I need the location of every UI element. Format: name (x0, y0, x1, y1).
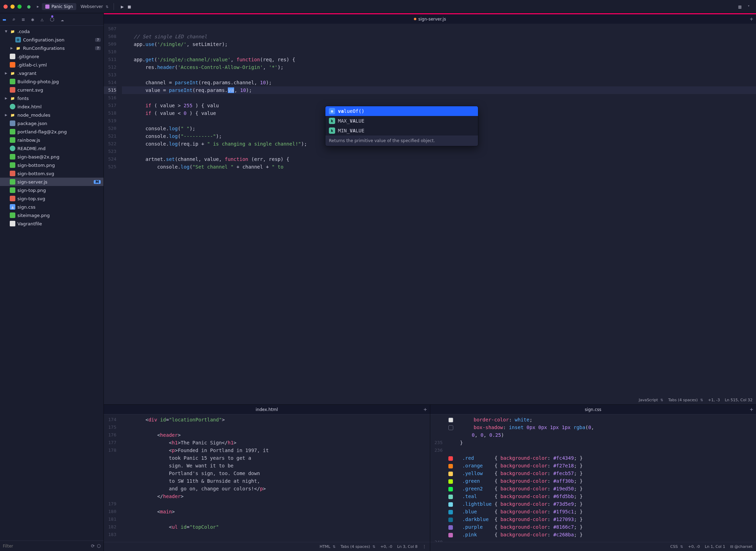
outline-tab[interactable]: ≡ (22, 16, 25, 23)
lang-selector-bl[interactable]: HTML ⇅ (319, 544, 335, 549)
code-bl[interactable]: <div id="locationPortland"> <header> <h1… (119, 414, 430, 542)
cloud-tab[interactable]: ☁ (61, 16, 64, 23)
autocomplete-item[interactable]: mvalueOf() (325, 106, 478, 116)
tree-item-siteimage-png[interactable]: siteimage.png (0, 211, 103, 219)
folder-icon: 📁 (10, 29, 15, 34)
tree-item--gitignore[interactable]: .gitignore (0, 52, 103, 61)
run-button[interactable]: ▶ (121, 4, 124, 9)
file-name: sign-bottom.png (17, 163, 55, 168)
indent-selector-bl[interactable]: Tabs (4 spaces) ⇅ (340, 544, 375, 549)
charset-br[interactable]: ⊟ @charset (730, 544, 753, 549)
tree-item-runconfigurations[interactable]: ▶📁RunConfigurations? (0, 44, 103, 52)
fold-checkbox[interactable] (448, 418, 453, 422)
color-swatch (448, 456, 453, 461)
autocomplete-item[interactable]: kMIN_VALUE (325, 126, 478, 135)
tree-item-sign-top-svg[interactable]: sign-top.svg (0, 194, 103, 203)
run-target: Webserver (80, 4, 103, 9)
minimize-window[interactable] (10, 5, 15, 9)
tree-item-readme-md[interactable]: README.md (0, 144, 103, 153)
tree-item-sign-css[interactable]: ▲sign.css (0, 203, 103, 211)
tree-item-sign-bottom-svg[interactable]: sign-bottom.svg (0, 169, 103, 178)
status-bar-bl: HTML ⇅ Tabs (4 spaces) ⇅ +0, -0 Ln 3, Co… (104, 542, 430, 551)
chevron-down-icon[interactable]: ▾ (748, 4, 750, 9)
bookmark-tab[interactable]: ✱ (31, 16, 34, 23)
tab-sign-css[interactable]: sign.css (585, 407, 601, 412)
editor-bottom-row: index.html + 174175176177178 17918018118… (104, 405, 756, 551)
lang-selector-br[interactable]: CSS ⇅ (670, 544, 683, 549)
tree-item-configuration-json[interactable]: ⚙Configuration.json? (0, 36, 103, 44)
tree-item-fonts[interactable]: ▶📁fonts (0, 94, 103, 102)
tree-item-portland-flag-2x-png[interactable]: portland-flag@2x.png (0, 127, 103, 136)
color-swatch (448, 510, 453, 514)
modified-indicator (414, 18, 416, 20)
tree-item-vagrantfile[interactable]: Vagrantfile (0, 219, 103, 228)
folder-icon: 📁 (10, 70, 15, 76)
badge: M (94, 180, 101, 184)
updown-icon: ⇅ (106, 5, 108, 9)
sync-icon[interactable]: ⟳ (91, 543, 95, 549)
autocomplete-popup[interactable]: mvalueOf()kMAX_VALUEkMIN_VALUEReturns th… (325, 106, 478, 146)
chevron-icon: ▶ (37, 5, 39, 8)
image-icon (10, 129, 15, 134)
tab-sign-server[interactable]: sign-server.js (414, 17, 446, 22)
new-tab-button-br[interactable]: + (750, 406, 753, 413)
search-tab[interactable]: ⌕ (12, 16, 15, 23)
run-target-selector[interactable]: Webserver ⇅ (80, 4, 108, 9)
autocomplete-item[interactable]: kMAX_VALUE (325, 116, 478, 126)
code-top[interactable]: // Set single LED channel app.use('/sing… (119, 24, 756, 404)
color-swatch (448, 533, 453, 537)
stop-button[interactable]: ■ (128, 4, 131, 9)
filter-input[interactable] (3, 544, 91, 549)
file-name: fonts (17, 96, 29, 101)
settings-icon[interactable]: ⬡ (97, 543, 101, 549)
file-tree[interactable]: ▼📁.coda⚙Configuration.json?▶📁RunConfigur… (0, 26, 103, 541)
app-icon: ● (27, 3, 31, 10)
lang-selector[interactable]: JavaScript ⇅ (639, 398, 663, 402)
file-name: index.html (17, 104, 41, 109)
tree-item--coda[interactable]: ▼📁.coda (0, 27, 103, 36)
files-tab[interactable]: ▬ (3, 16, 6, 23)
file-icon (10, 221, 15, 226)
tree-item--gitlab-ci-yml[interactable]: .gitlab-ci.yml (0, 61, 103, 69)
close-window[interactable] (3, 5, 8, 9)
tree-item-sign-top-png[interactable]: sign-top.png (0, 186, 103, 194)
new-tab-button-bl[interactable]: + (424, 406, 427, 413)
zoom-window[interactable] (17, 5, 22, 9)
tree-item--vagrant[interactable]: ▶📁.vagrant (0, 69, 103, 77)
image-icon (10, 212, 15, 218)
chevron-icon: ▶ (5, 71, 9, 75)
more-bl[interactable]: ⋮ (423, 544, 426, 549)
layout-button[interactable]: ▥ (739, 4, 741, 9)
tree-item-package-json[interactable]: package.json (0, 119, 103, 127)
tree-item-index-html[interactable]: index.html (0, 102, 103, 111)
file-name: sign-bottom.svg (17, 171, 54, 176)
project-selector[interactable]: Panic Sign (42, 3, 77, 10)
new-tab-button[interactable]: + (750, 16, 753, 22)
folder-icon: 📁 (10, 95, 15, 101)
file-name: sign-base@2x.png (17, 154, 59, 160)
file-name: Building-photo.jpg (17, 79, 59, 84)
tree-item-building-photo-jpg[interactable]: Building-photo.jpg (0, 77, 103, 86)
fold-checkbox[interactable] (448, 425, 453, 430)
tree-item-sign-base-2x-png[interactable]: sign-base@2x.png (0, 153, 103, 161)
file-name: sign-top.svg (17, 196, 45, 201)
tree-item-node-modules[interactable]: ▶📁node_modules (0, 111, 103, 119)
tab-index-html[interactable]: index.html (256, 407, 278, 412)
indent-selector[interactable]: Tabs (4 spaces) ⇅ (668, 398, 703, 402)
file-name: sign-server.js (17, 179, 47, 185)
code-br[interactable]: border-color: white; box-shadow: inset 0… (446, 414, 756, 542)
tree-item-sign-server-js[interactable]: sign-server.jsM (0, 178, 103, 186)
diff-status-bl: +0, -0 (380, 544, 392, 549)
code-area-bl[interactable]: 174175176177178 179180181182183 <div id=… (104, 414, 430, 542)
tree-item-rainbow-js[interactable]: rainbow.js (0, 136, 103, 144)
cursor-pos-bl: Ln 3, Col 8 (397, 544, 418, 549)
issues-tab[interactable]: ⚠ (40, 16, 44, 23)
tree-item-current-svg[interactable]: current.svg (0, 86, 103, 94)
status-bar-br: CSS ⇅ +0, -0 Ln 1, Col 1 ⊟ @charset (430, 542, 756, 551)
tree-item-sign-bottom-png[interactable]: sign-bottom.png (0, 161, 103, 169)
folder-icon: 📁 (10, 112, 15, 118)
tab-bar-br: sign.css + (430, 405, 756, 414)
file-name: Configuration.json (23, 37, 64, 42)
code-area-top[interactable]: 5075085095105115125135145155165175185195… (104, 24, 756, 404)
code-area-br[interactable]: 235236 248 border-color: white; box-shad… (430, 414, 756, 542)
